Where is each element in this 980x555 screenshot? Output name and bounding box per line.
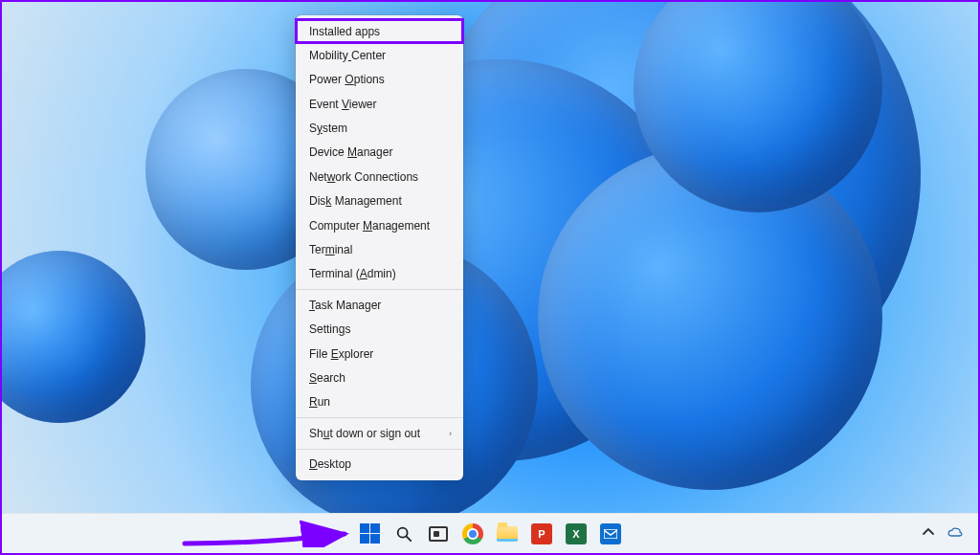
menu-item-device-manager[interactable]: Device Manager xyxy=(296,141,463,165)
menu-separator xyxy=(296,289,463,290)
taskbar-chrome[interactable] xyxy=(461,522,484,545)
start-context-menu: Installed appsMobility CenterPower Optio… xyxy=(296,15,463,480)
taskview-icon xyxy=(429,526,448,542)
mail-icon xyxy=(600,523,621,544)
taskbar-excel[interactable]: X xyxy=(565,522,588,545)
menu-separator xyxy=(296,449,463,450)
menu-separator xyxy=(296,417,463,418)
taskbar-center: PX xyxy=(358,522,622,545)
folder-icon xyxy=(497,526,518,542)
powerpoint-icon: P xyxy=(531,523,552,544)
svg-rect-2 xyxy=(604,529,617,539)
menu-item-power-options[interactable]: Power Options xyxy=(296,68,463,92)
menu-item-desktop[interactable]: Desktop xyxy=(296,453,463,477)
menu-item-network-connections[interactable]: Network Connections xyxy=(296,165,463,189)
menu-item-system[interactable]: System xyxy=(296,117,463,141)
menu-item-settings[interactable]: Settings xyxy=(296,318,463,342)
menu-item-run[interactable]: Run xyxy=(296,390,463,414)
menu-item-shut-down-or-sign-out[interactable]: Shut down or sign out› xyxy=(296,421,463,445)
windows-icon xyxy=(360,523,380,544)
system-tray xyxy=(921,524,963,544)
menu-item-installed-apps[interactable]: Installed apps xyxy=(296,19,463,43)
onedrive-icon[interactable] xyxy=(947,524,963,544)
search-icon xyxy=(395,525,412,543)
menu-item-terminal[interactable]: Terminal xyxy=(296,238,463,262)
menu-item-search[interactable]: Search xyxy=(296,366,463,389)
taskbar-mail[interactable] xyxy=(599,522,622,545)
taskbar-powerpoint[interactable]: P xyxy=(530,522,553,545)
menu-item-disk-management[interactable]: Disk Management xyxy=(296,189,463,213)
taskbar: PX xyxy=(2,513,978,553)
menu-item-computer-management[interactable]: Computer Management xyxy=(296,213,463,237)
wallpaper-petal xyxy=(2,251,145,423)
taskbar-file-explorer[interactable] xyxy=(496,522,519,545)
chevron-right-icon: › xyxy=(449,429,452,439)
menu-item-task-manager[interactable]: Task Manager xyxy=(296,293,463,317)
menu-item-event-viewer[interactable]: Event Viewer xyxy=(296,92,463,116)
svg-line-1 xyxy=(407,536,412,541)
excel-icon: X xyxy=(566,523,587,544)
menu-item-mobility-center[interactable]: Mobility Center xyxy=(296,43,463,67)
taskbar-search[interactable] xyxy=(392,522,415,545)
chrome-icon xyxy=(462,523,483,544)
taskbar-start[interactable] xyxy=(358,522,381,545)
menu-item-terminal-admin-[interactable]: Terminal (Admin) xyxy=(296,262,463,286)
desktop: Installed appsMobility CenterPower Optio… xyxy=(0,0,980,555)
wallpaper-bloom xyxy=(2,2,978,553)
menu-item-file-explorer[interactable]: File Explorer xyxy=(296,342,463,366)
taskbar-task-view[interactable] xyxy=(427,522,450,545)
tray-overflow-icon[interactable] xyxy=(921,524,936,544)
